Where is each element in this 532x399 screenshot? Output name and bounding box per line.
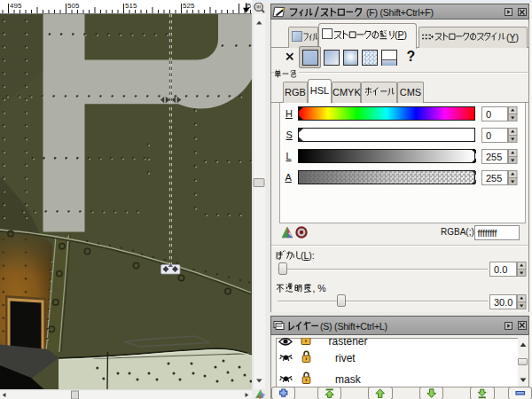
- svg-text:495: 495: [10, 2, 22, 10]
- svg-text:505: 505: [67, 2, 80, 10]
- svg-text:515: 515: [125, 2, 137, 10]
- svg-text:525: 525: [183, 2, 195, 10]
